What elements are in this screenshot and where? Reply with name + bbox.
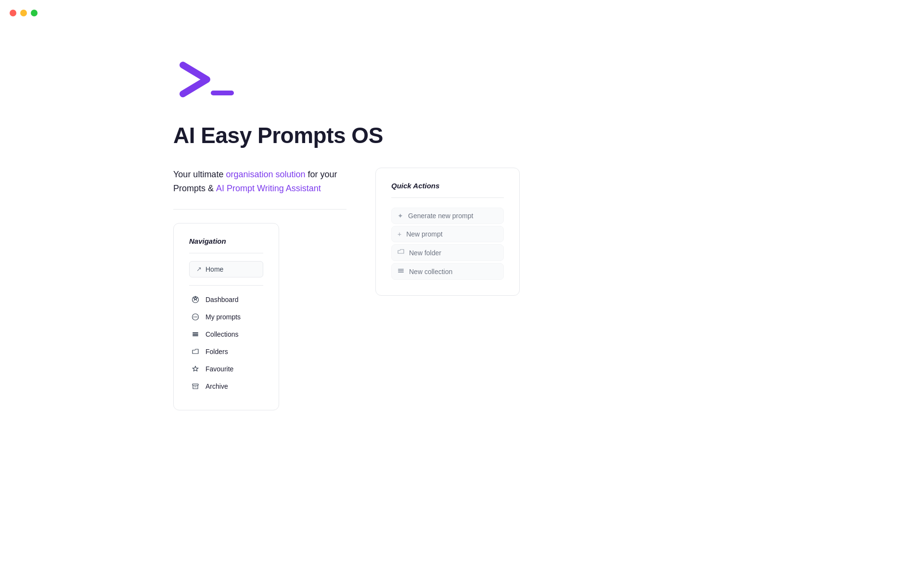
nav-home-divider [189, 285, 263, 286]
svg-rect-8 [192, 335, 198, 336]
qa-new-folder-label: New folder [409, 249, 441, 257]
traffic-light-red[interactable] [10, 10, 16, 16]
app-title: AI Easy Prompts OS [173, 122, 383, 148]
nav-home-label: Home [205, 265, 223, 273]
nav-item-archive-label: Archive [205, 382, 228, 390]
content-row: Your ultimate organisation solution for … [173, 168, 578, 410]
archive-icon [191, 382, 200, 391]
svg-point-5 [196, 316, 197, 317]
traffic-lights [10, 10, 38, 16]
quick-actions-card: Quick Actions ✦ Generate new prompt + Ne… [375, 168, 520, 296]
folders-icon [191, 347, 200, 356]
qa-new-collection-label: New collection [409, 268, 452, 276]
svg-rect-6 [192, 332, 198, 333]
nav-home-icon: ↗ [196, 265, 202, 273]
nav-item-folders-label: Folders [205, 348, 228, 355]
qa-new-collection[interactable]: New collection [391, 263, 504, 280]
nav-item-collections[interactable]: Collections [189, 326, 263, 342]
qa-new-folder[interactable]: New folder [391, 244, 504, 261]
svg-rect-9 [192, 384, 198, 385]
dashboard-icon [191, 295, 200, 304]
svg-point-3 [193, 316, 194, 317]
app-logo [173, 58, 236, 103]
nav-item-collections-label: Collections [205, 330, 238, 338]
tagline-highlight2: AI Prompt Writing Assistant [216, 184, 321, 193]
qa-items-list: ✦ Generate new prompt + New prompt New f… [391, 208, 504, 280]
qa-new-prompt[interactable]: + New prompt [391, 226, 504, 242]
main-content: AI Easy Prompts OS Your ultimate organis… [0, 0, 578, 410]
tagline: Your ultimate organisation solution for … [173, 168, 346, 196]
nav-item-my-prompts[interactable]: My prompts [189, 309, 263, 325]
traffic-light-yellow[interactable] [20, 10, 27, 16]
navigation-card: Navigation ↗ Home [173, 223, 279, 410]
traffic-light-green[interactable] [31, 10, 38, 16]
nav-card-divider [189, 253, 263, 253]
generate-prompt-icon: ✦ [398, 212, 403, 220]
new-collection-icon [398, 267, 404, 276]
left-column: Your ultimate organisation solution for … [173, 168, 346, 410]
qa-new-prompt-label: New prompt [406, 230, 442, 238]
nav-item-dashboard-label: Dashboard [205, 296, 239, 303]
collections-icon [191, 330, 200, 339]
nav-home-button[interactable]: ↗ Home [189, 261, 263, 277]
tagline-prefix: Your ultimate [173, 170, 226, 179]
nav-item-favourite-label: Favourite [205, 365, 233, 373]
svg-rect-0 [211, 91, 234, 95]
nav-card-title: Navigation [189, 237, 263, 245]
qa-generate-prompt[interactable]: ✦ Generate new prompt [391, 208, 504, 224]
nav-item-archive[interactable]: Archive [189, 378, 263, 394]
new-folder-icon [398, 249, 404, 257]
svg-rect-10 [398, 269, 404, 270]
nav-item-my-prompts-label: My prompts [205, 313, 241, 321]
my-prompts-icon [191, 313, 200, 321]
svg-point-4 [195, 316, 196, 317]
qa-card-title: Quick Actions [391, 182, 504, 190]
tagline-divider [173, 209, 346, 210]
favourite-icon [191, 365, 200, 373]
svg-rect-7 [192, 334, 198, 335]
qa-generate-prompt-label: Generate new prompt [408, 212, 473, 220]
nav-item-favourite[interactable]: Favourite [189, 361, 263, 377]
svg-rect-11 [398, 270, 404, 271]
nav-item-dashboard[interactable]: Dashboard [189, 291, 263, 308]
nav-item-folders[interactable]: Folders [189, 343, 263, 360]
svg-rect-12 [398, 272, 404, 273]
qa-divider [391, 197, 504, 198]
new-prompt-icon: + [398, 230, 401, 238]
nav-items-list: Dashboard My prompts [189, 291, 263, 394]
tagline-highlight1: organisation solution [226, 170, 305, 179]
